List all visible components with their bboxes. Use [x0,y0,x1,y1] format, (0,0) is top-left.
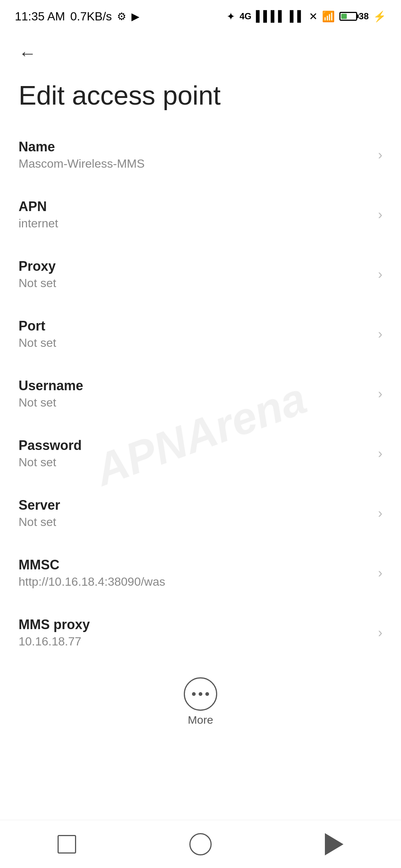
settings-item-proxy[interactable]: Proxy Not set › [0,244,401,304]
nav-home-button[interactable] [178,829,223,859]
settings-item-mmsc-content: MMSC http://10.16.18.4:38090/was [19,557,371,589]
settings-item-mms-proxy-label: MMS proxy [19,617,371,632]
nav-home-icon [189,833,212,855]
status-right: ✦ 4G ▌▌▌▌ ▌▌ ✕ 📶 38 ⚡ [226,10,386,23]
status-left: 11:35 AM 0.7KB/s ⚙ ▶ [15,10,140,23]
settings-item-name-content: Name Mascom-Wireless-MMS [19,139,371,171]
charging-icon: ⚡ [373,10,386,23]
more-dot-1 [192,692,196,696]
more-dot-3 [205,692,209,696]
settings-item-mms-proxy[interactable]: MMS proxy 10.16.18.77 › [0,603,401,662]
settings-item-server[interactable]: Server Not set › [0,483,401,543]
back-button[interactable]: ← [19,41,36,66]
settings-item-password-label: Password [19,438,371,453]
chevron-right-icon: › [378,565,382,581]
more-label: More [188,714,213,726]
settings-item-server-label: Server [19,497,371,513]
camera-icon: ▶ [131,10,140,23]
signal-x-icon: ✕ [309,10,317,23]
settings-item-proxy-value: Not set [19,276,371,290]
settings-list: Name Mascom-Wireless-MMS › APN internet … [0,125,401,662]
settings-item-password-content: Password Not set [19,438,371,469]
settings-item-server-content: Server Not set [19,497,371,529]
settings-item-password-value: Not set [19,456,371,469]
settings-item-proxy-label: Proxy [19,259,371,274]
settings-item-apn-content: APN internet [19,199,371,230]
settings-item-username[interactable]: Username Not set › [0,364,401,424]
nav-back-icon [325,833,343,855]
settings-item-password[interactable]: Password Not set › [0,424,401,483]
nav-back-button[interactable] [312,829,356,859]
settings-item-name[interactable]: Name Mascom-Wireless-MMS › [0,125,401,185]
signal-4g-icon: 4G [239,11,251,22]
settings-item-port[interactable]: Port Not set › [0,304,401,364]
settings-item-name-label: Name [19,139,371,155]
settings-item-apn-value: internet [19,217,371,230]
chevron-right-icon: › [378,446,382,461]
chevron-right-icon: › [378,386,382,402]
chevron-right-icon: › [378,506,382,521]
settings-item-mms-proxy-content: MMS proxy 10.16.18.77 [19,617,371,648]
settings-item-mmsc[interactable]: MMSC http://10.16.18.4:38090/was › [0,543,401,603]
bluetooth-icon: ✦ [226,10,235,23]
settings-item-port-value: Not set [19,336,371,350]
more-circle-icon [184,677,217,711]
wifi-icon: 📶 [322,10,335,23]
settings-item-username-value: Not set [19,396,371,410]
network-speed: 0.7KB/s [70,10,112,23]
settings-item-username-label: Username [19,378,371,394]
settings-item-proxy-content: Proxy Not set [19,259,371,290]
chevron-right-icon: › [378,207,382,223]
status-bar: 11:35 AM 0.7KB/s ⚙ ▶ ✦ 4G ▌▌▌▌ ▌▌ ✕ 📶 38… [0,0,401,30]
settings-item-apn-label: APN [19,199,371,214]
settings-item-username-content: Username Not set [19,378,371,410]
page-title: Edit access point [0,70,401,125]
settings-item-port-content: Port Not set [19,318,371,350]
time-display: 11:35 AM [15,10,65,23]
header: ← [0,30,401,70]
chevron-right-icon: › [378,625,382,641]
nav-bar [0,820,401,868]
signal-bars-icon: ▌▌▌▌ [256,10,285,22]
main-content: ← Edit access point Name Mascom-Wireless… [0,30,401,812]
settings-icon: ⚙ [117,10,126,23]
chevron-right-icon: › [378,326,382,342]
settings-item-port-label: Port [19,318,371,334]
chevron-right-icon: › [378,147,382,163]
signal-bars-2-icon: ▌▌ [290,10,305,22]
more-dot-2 [199,692,202,696]
nav-recents-icon [58,835,76,854]
back-arrow-icon: ← [19,45,36,62]
chevron-right-icon: › [378,267,382,282]
settings-item-mmsc-value: http://10.16.18.4:38090/was [19,575,371,589]
more-button[interactable]: More [184,677,217,726]
more-section: More [0,662,401,737]
settings-item-server-value: Not set [19,515,371,529]
nav-recents-button[interactable] [45,829,89,859]
battery-indicator: 38 [339,11,369,22]
settings-item-apn[interactable]: APN internet › [0,185,401,244]
settings-item-name-value: Mascom-Wireless-MMS [19,157,371,171]
settings-item-mms-proxy-value: 10.16.18.77 [19,635,371,648]
settings-item-mmsc-label: MMSC [19,557,371,573]
